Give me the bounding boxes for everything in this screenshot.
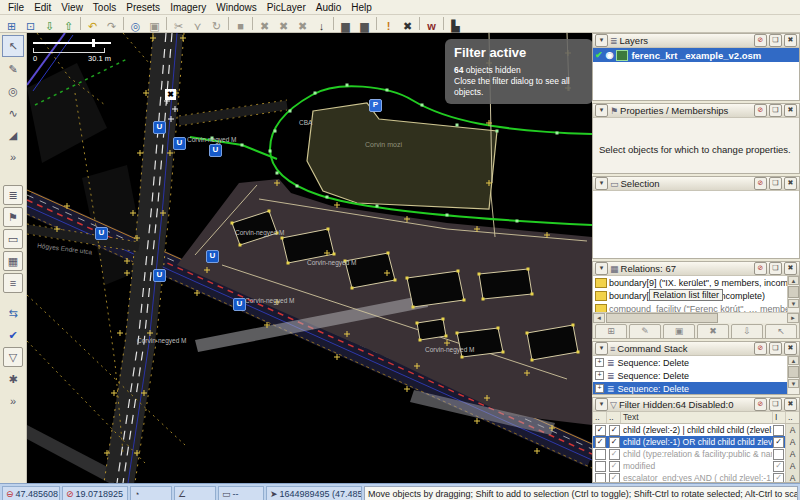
collapse-icon[interactable]: ▾ [595, 262, 608, 275]
bus-mode-button[interactable]: ▆ [355, 16, 374, 31]
draw-tool-button[interactable]: ✎ [3, 59, 23, 79]
edit-relation-button[interactable]: ✎ [629, 324, 661, 339]
expand-icon[interactable]: + [595, 358, 604, 367]
upload-button[interactable]: ⇧ [59, 16, 78, 31]
scroll-down-icon[interactable]: ▼ [788, 379, 799, 388]
hide-checkbox[interactable]: ✓ [609, 425, 620, 436]
invert-checkbox[interactable]: ✓ [773, 437, 784, 448]
redo-button[interactable]: ↷ [102, 16, 121, 31]
delete-relation-button[interactable]: ✖ [697, 324, 729, 339]
command-row[interactable]: + ≣ Sequence: Delete [593, 382, 799, 395]
expand-icon[interactable]: + [595, 371, 604, 380]
invert-checkbox[interactable] [773, 425, 784, 436]
expand-icon[interactable]: + [595, 384, 604, 393]
relation-row[interactable]: boundary[9] ("IX. kerület", 9 members, i… [593, 276, 799, 289]
selection-list[interactable] [593, 191, 799, 259]
more-tools-button[interactable]: » [3, 147, 23, 167]
menu-presets[interactable]: Presets [121, 2, 165, 13]
enable-checkbox[interactable] [595, 461, 606, 472]
parking-icon[interactable]: P [369, 99, 382, 112]
invert-column-header[interactable]: I [773, 412, 786, 423]
hide-checkbox[interactable]: ✓ [609, 473, 620, 484]
menu-edit[interactable]: Edit [29, 2, 56, 13]
filter-row[interactable]: ✓ ✓ child (zlevel:-1) OR child child chi… [593, 436, 799, 448]
command-row[interactable]: + ≣ Sequence: Delete [593, 369, 799, 382]
enable-column-header[interactable]: .. [593, 412, 607, 423]
relations-list[interactable]: boundary[9] ("IX. kerület", 9 members, i… [593, 276, 799, 312]
select-relation-button[interactable]: ↖ [765, 324, 797, 339]
metro-station-icon[interactable]: U [153, 121, 166, 134]
open-button[interactable]: ⊞ [2, 16, 21, 31]
scroll-thumb[interactable] [606, 313, 718, 323]
factory-button[interactable]: ▙ [446, 16, 465, 31]
hide-checkbox[interactable]: ✓ [609, 461, 620, 472]
dock-icon[interactable]: ❏ [769, 177, 782, 190]
enable-checkbox[interactable]: ✓ [595, 425, 606, 436]
menu-windows[interactable]: Windows [211, 2, 262, 13]
preferences-button[interactable]: ▣ [145, 16, 164, 31]
metro-station-icon[interactable]: U [173, 137, 186, 150]
close-icon[interactable]: ✖ [784, 104, 797, 117]
warning-button[interactable]: ! [379, 16, 398, 31]
collapse-icon[interactable]: ▾ [595, 104, 608, 117]
scroll-right-icon[interactable]: ► [787, 313, 799, 323]
layers-toggle-button[interactable]: ≣ [3, 185, 23, 205]
enable-checkbox[interactable] [595, 449, 606, 460]
menu-audio[interactable]: Audio [311, 2, 347, 13]
search-button[interactable]: ◎ [126, 16, 145, 31]
hand-tool-button[interactable]: ↓ [312, 16, 331, 31]
commandstack-toggle-button[interactable]: ≡ [3, 273, 23, 293]
zoom-tool-button[interactable]: ◎ [3, 81, 23, 101]
validator-toggle-button[interactable]: ✔ [3, 325, 23, 345]
enable-checkbox[interactable] [595, 473, 606, 484]
layer-active-icon[interactable]: ✔ [595, 50, 603, 60]
level-crossing-icon[interactable]: ✖ [165, 89, 176, 100]
scroll-down-icon[interactable]: ▼ [788, 299, 799, 308]
close-icon[interactable]: ✖ [784, 398, 797, 411]
combine-way-button[interactable]: ⋎ [188, 16, 207, 31]
dock-icon[interactable]: ❏ [769, 398, 782, 411]
properties-toggle-button[interactable]: ⚑ [3, 207, 23, 227]
dock-icon[interactable]: ❏ [769, 34, 782, 47]
conflict-toggle-button[interactable]: ⇆ [3, 303, 23, 323]
relations-toggle-button[interactable]: ▦ [3, 251, 23, 271]
hide-checkbox[interactable]: ✓ [609, 437, 620, 448]
measure-tool-button[interactable]: ∿ [3, 103, 23, 123]
command-row[interactable]: + ≣ Sequence: Delete [593, 356, 799, 369]
unglue-button[interactable]: ✖ [255, 16, 274, 31]
map-view[interactable]: 0 30.1 m ✖ U U U U U U U P Corvin-negyed… [27, 33, 592, 483]
menu-view[interactable]: View [56, 2, 88, 13]
layer-visible-icon[interactable]: ◉ [606, 50, 614, 60]
metro-station-icon[interactable]: U [153, 269, 166, 282]
filter-row[interactable]: ✓ escalator_end:yes AND ( child zlevel:-… [593, 472, 799, 483]
relations-hscrollbar[interactable]: ◄ ► [593, 312, 799, 323]
menu-imagery[interactable]: Imagery [165, 2, 211, 13]
delete-button[interactable]: ✖ [398, 16, 417, 31]
filter-row[interactable]: ✓ child (type:relation & facility:public… [593, 448, 799, 460]
collapse-icon[interactable]: ▾ [595, 342, 608, 355]
metro-station-icon[interactable]: U [206, 250, 219, 263]
layer-row[interactable]: ✔ ◉ ferenc_krt _example_v2.osm [593, 48, 799, 62]
menu-tools[interactable]: Tools [88, 2, 121, 13]
more-toggles-button[interactable]: » [3, 391, 23, 411]
text-column-header[interactable]: Text [621, 412, 773, 423]
new-relation-button[interactable]: ⊞ [595, 324, 627, 339]
sticky-icon[interactable]: ⊘ [754, 262, 767, 275]
sticky-icon[interactable]: ⊘ [754, 342, 767, 355]
hide-column-header[interactable]: .. [607, 412, 621, 423]
invert-checkbox[interactable] [773, 449, 784, 460]
menu-help[interactable]: Help [346, 2, 377, 13]
menu-piclayer[interactable]: PicLayer [262, 2, 311, 13]
collapse-icon[interactable]: ▾ [595, 177, 608, 190]
download-button[interactable]: ⇩ [40, 16, 59, 31]
reverse-way-button[interactable]: ↻ [207, 16, 226, 31]
mode-column-header[interactable]: .. [786, 412, 799, 423]
filter-row[interactable]: ✓ ✓ child (zlevel:-2) | child child chil… [593, 424, 799, 436]
wiki-button[interactable]: w [422, 16, 441, 31]
selection-toggle-button[interactable]: ▭ [3, 229, 23, 249]
dock-icon[interactable]: ❏ [769, 262, 782, 275]
relations-scrollbar[interactable]: ▲ ▼ [787, 276, 799, 312]
scroll-thumb[interactable] [788, 366, 799, 378]
filter-row[interactable]: ✓ modified ✓ A [593, 460, 799, 472]
relation-row[interactable]: compound_facility ("Ferenc körút", … mem… [593, 302, 799, 312]
